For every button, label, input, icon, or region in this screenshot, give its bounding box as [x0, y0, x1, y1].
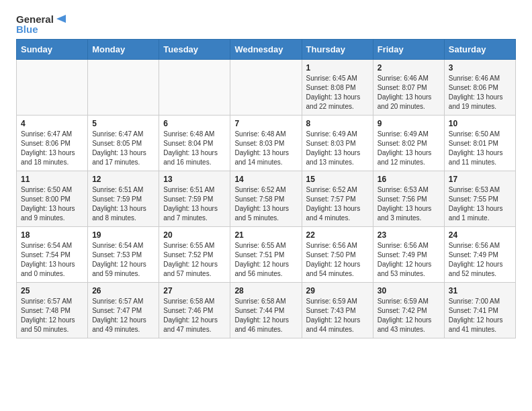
day-number: 5	[92, 119, 154, 128]
day-info: Sunrise: 6:47 AMSunset: 8:05 PMDaylight:…	[92, 130, 154, 167]
calendar-cell: 8Sunrise: 6:49 AMSunset: 8:03 PMDaylight…	[302, 116, 373, 171]
calendar-cell: 1Sunrise: 6:45 AMSunset: 8:08 PMDaylight…	[302, 60, 373, 116]
calendar-cell: 31Sunrise: 7:00 AMSunset: 7:41 PMDayligh…	[444, 283, 515, 338]
calendar-cell: 9Sunrise: 6:49 AMSunset: 8:02 PMDaylight…	[373, 116, 444, 171]
day-number: 12	[92, 175, 154, 184]
weekday-header-wednesday: Wednesday	[230, 40, 302, 60]
day-number: 29	[306, 286, 369, 295]
day-number: 3	[449, 63, 511, 73]
day-info: Sunrise: 6:52 AMSunset: 7:58 PMDaylight:…	[234, 185, 297, 223]
day-info: Sunrise: 6:59 AMSunset: 7:43 PMDaylight:…	[306, 297, 369, 334]
calendar-week-5: 25Sunrise: 6:57 AMSunset: 7:48 PMDayligh…	[17, 283, 516, 338]
weekday-header-sunday: Sunday	[17, 40, 88, 60]
logo-arrow-icon	[55, 14, 67, 24]
day-number: 13	[163, 175, 226, 184]
calendar-cell: 21Sunrise: 6:55 AMSunset: 7:51 PMDayligh…	[230, 227, 302, 283]
weekday-header-friday: Friday	[373, 40, 444, 60]
day-number: 27	[163, 286, 226, 295]
day-info: Sunrise: 6:53 AMSunset: 7:56 PMDaylight:…	[378, 185, 440, 223]
calendar-cell: 28Sunrise: 6:58 AMSunset: 7:44 PMDayligh…	[230, 283, 302, 338]
day-info: Sunrise: 6:45 AMSunset: 8:08 PMDaylight:…	[306, 74, 369, 111]
weekday-header-saturday: Saturday	[444, 40, 515, 60]
calendar-header: SundayMondayTuesdayWednesdayThursdayFrid…	[17, 40, 516, 60]
day-info: Sunrise: 6:48 AMSunset: 8:04 PMDaylight:…	[163, 130, 226, 167]
calendar-cell: 15Sunrise: 6:52 AMSunset: 7:57 PMDayligh…	[302, 171, 373, 227]
day-number: 9	[378, 119, 440, 128]
calendar-cell: 14Sunrise: 6:52 AMSunset: 7:58 PMDayligh…	[230, 171, 302, 227]
day-number: 25	[21, 286, 83, 295]
day-info: Sunrise: 6:56 AMSunset: 7:49 PMDaylight:…	[449, 241, 511, 279]
day-info: Sunrise: 6:59 AMSunset: 7:42 PMDaylight:…	[378, 297, 440, 334]
day-number: 31	[449, 286, 511, 295]
logo-text-blue: Blue	[16, 24, 67, 35]
day-number: 11	[21, 175, 83, 184]
day-info: Sunrise: 6:50 AMSunset: 8:01 PMDaylight:…	[449, 130, 511, 167]
calendar-week-1: 1Sunrise: 6:45 AMSunset: 8:08 PMDaylight…	[17, 60, 516, 116]
calendar-cell	[88, 60, 159, 116]
calendar-cell: 22Sunrise: 6:56 AMSunset: 7:50 PMDayligh…	[302, 227, 373, 283]
calendar-cell: 4Sunrise: 6:47 AMSunset: 8:06 PMDaylight…	[17, 116, 88, 171]
day-number: 21	[234, 230, 297, 240]
day-info: Sunrise: 6:55 AMSunset: 7:51 PMDaylight:…	[234, 241, 297, 279]
day-info: Sunrise: 6:56 AMSunset: 7:49 PMDaylight:…	[378, 241, 440, 279]
day-number: 14	[234, 175, 297, 184]
logo-container: General Blue	[16, 13, 67, 35]
day-number: 2	[378, 63, 440, 73]
day-number: 24	[449, 230, 511, 240]
calendar-cell: 30Sunrise: 6:59 AMSunset: 7:42 PMDayligh…	[373, 283, 444, 338]
logo: General Blue	[16, 13, 67, 35]
calendar-cell: 16Sunrise: 6:53 AMSunset: 7:56 PMDayligh…	[373, 171, 444, 227]
calendar-cell: 17Sunrise: 6:53 AMSunset: 7:55 PMDayligh…	[444, 171, 515, 227]
day-info: Sunrise: 6:54 AMSunset: 7:53 PMDaylight:…	[92, 241, 154, 279]
day-number: 1	[306, 63, 369, 73]
day-number: 10	[449, 119, 511, 128]
page-header: General Blue	[16, 13, 516, 35]
day-info: Sunrise: 6:56 AMSunset: 7:50 PMDaylight:…	[306, 241, 369, 279]
day-info: Sunrise: 6:57 AMSunset: 7:48 PMDaylight:…	[21, 297, 83, 334]
day-number: 16	[378, 175, 440, 184]
weekday-header-thursday: Thursday	[302, 40, 373, 60]
day-info: Sunrise: 6:52 AMSunset: 7:57 PMDaylight:…	[306, 185, 369, 223]
day-number: 6	[163, 119, 226, 128]
day-info: Sunrise: 6:47 AMSunset: 8:06 PMDaylight:…	[21, 130, 83, 167]
calendar-cell: 2Sunrise: 6:46 AMSunset: 8:07 PMDaylight…	[373, 60, 444, 116]
calendar-body: 1Sunrise: 6:45 AMSunset: 8:08 PMDaylight…	[17, 60, 516, 338]
day-info: Sunrise: 6:57 AMSunset: 7:47 PMDaylight:…	[92, 297, 154, 334]
weekday-header-monday: Monday	[88, 40, 159, 60]
calendar-cell: 13Sunrise: 6:51 AMSunset: 7:59 PMDayligh…	[159, 171, 230, 227]
day-number: 15	[306, 175, 369, 184]
calendar-cell: 7Sunrise: 6:48 AMSunset: 8:03 PMDaylight…	[230, 116, 302, 171]
day-info: Sunrise: 6:49 AMSunset: 8:02 PMDaylight:…	[378, 130, 440, 167]
calendar-cell: 20Sunrise: 6:55 AMSunset: 7:52 PMDayligh…	[159, 227, 230, 283]
calendar-cell: 11Sunrise: 6:50 AMSunset: 8:00 PMDayligh…	[17, 171, 88, 227]
calendar-cell: 10Sunrise: 6:50 AMSunset: 8:01 PMDayligh…	[444, 116, 515, 171]
svg-marker-0	[56, 15, 66, 23]
weekday-header-tuesday: Tuesday	[159, 40, 230, 60]
calendar-week-4: 18Sunrise: 6:54 AMSunset: 7:54 PMDayligh…	[17, 227, 516, 283]
day-number: 22	[306, 230, 369, 240]
day-info: Sunrise: 6:54 AMSunset: 7:54 PMDaylight:…	[21, 241, 83, 279]
calendar-cell: 6Sunrise: 6:48 AMSunset: 8:04 PMDaylight…	[159, 116, 230, 171]
calendar-cell: 29Sunrise: 6:59 AMSunset: 7:43 PMDayligh…	[302, 283, 373, 338]
day-number: 19	[92, 230, 154, 240]
calendar-cell	[230, 60, 302, 116]
day-info: Sunrise: 6:58 AMSunset: 7:46 PMDaylight:…	[163, 297, 226, 334]
day-info: Sunrise: 6:51 AMSunset: 7:59 PMDaylight:…	[163, 185, 226, 223]
day-info: Sunrise: 6:48 AMSunset: 8:03 PMDaylight:…	[234, 130, 297, 167]
calendar-cell: 27Sunrise: 6:58 AMSunset: 7:46 PMDayligh…	[159, 283, 230, 338]
day-number: 7	[234, 119, 297, 128]
calendar-cell: 18Sunrise: 6:54 AMSunset: 7:54 PMDayligh…	[17, 227, 88, 283]
day-info: Sunrise: 6:55 AMSunset: 7:52 PMDaylight:…	[163, 241, 226, 279]
day-info: Sunrise: 6:46 AMSunset: 8:06 PMDaylight:…	[449, 74, 511, 111]
day-info: Sunrise: 6:50 AMSunset: 8:00 PMDaylight:…	[21, 185, 83, 223]
calendar-cell	[17, 60, 88, 116]
day-number: 26	[92, 286, 154, 295]
calendar-cell	[159, 60, 230, 116]
calendar-cell: 24Sunrise: 6:56 AMSunset: 7:49 PMDayligh…	[444, 227, 515, 283]
calendar-week-2: 4Sunrise: 6:47 AMSunset: 8:06 PMDaylight…	[17, 116, 516, 171]
calendar-cell: 5Sunrise: 6:47 AMSunset: 8:05 PMDaylight…	[88, 116, 159, 171]
day-info: Sunrise: 6:53 AMSunset: 7:55 PMDaylight:…	[449, 185, 511, 223]
calendar-table: SundayMondayTuesdayWednesdayThursdayFrid…	[16, 39, 516, 338]
calendar-cell: 19Sunrise: 6:54 AMSunset: 7:53 PMDayligh…	[88, 227, 159, 283]
day-info: Sunrise: 6:58 AMSunset: 7:44 PMDaylight:…	[234, 297, 297, 334]
